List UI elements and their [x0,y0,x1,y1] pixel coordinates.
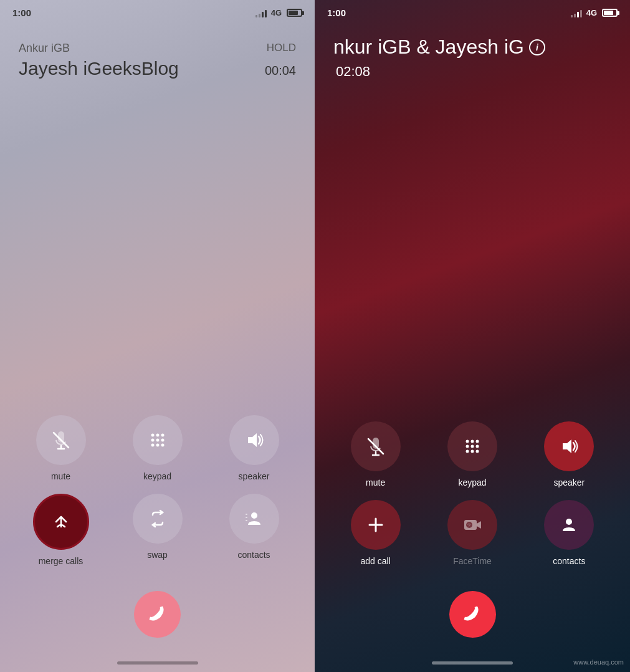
svg-point-27 [470,450,474,453]
svg-point-8 [161,439,164,442]
call-info-right: nkur iGB & Jayesh iG i 02:08 [315,23,630,227]
svg-point-28 [475,450,479,453]
call-info-left: Ankur iGB HOLD Jayesh iGeeksBlog 00:04 [0,23,315,229]
svg-point-26 [465,450,469,453]
svg-text:?: ? [467,522,470,529]
keypad-label-left: keypad [143,471,171,481]
facetime-button: ? FaceTime [430,500,514,566]
keypad-button-right[interactable]: keypad [430,421,514,487]
info-icon[interactable]: i [529,39,545,55]
end-call-button-left[interactable] [134,591,181,638]
signal-icon-left [255,9,267,17]
add-call-circle [351,500,401,550]
home-indicator-left [0,656,315,672]
svg-marker-29 [563,439,571,453]
keypad-label-right: keypad [458,478,486,487]
svg-point-9 [151,444,154,447]
contacts-button-right[interactable]: contacts [527,500,611,566]
buttons-grid-right: mute keypad [315,409,630,578]
home-bar-right [432,661,513,665]
buttons-grid-left: mute keypad [0,403,315,578]
speaker-button-left[interactable]: speaker [212,415,296,481]
svg-point-35 [566,519,572,525]
home-bar-left [117,661,198,665]
facetime-label: FaceTime [453,556,492,566]
add-call-button[interactable]: add call [333,500,418,566]
svg-point-7 [156,439,159,442]
facetime-circle: ? [447,500,497,550]
svg-point-11 [161,444,164,447]
merge-calls-label: merge calls [39,556,84,566]
svg-point-23 [465,445,469,448]
signal-icon-right [571,9,582,17]
swap-label: swap [147,550,168,560]
mute-label-left: mute [51,471,70,481]
phone-screen-right: 1:00 4G nkur iGB & Jayesh iG i 02:08 [315,0,630,672]
svg-point-25 [475,445,479,448]
caller-header-left: Ankur iGB HOLD [19,42,296,55]
merge-calls-circle [33,494,89,550]
status-bar-left: 1:00 4G [0,0,315,23]
speaker-label-right: speaker [553,478,585,487]
speaker-circle-right [544,421,594,471]
svg-rect-15 [246,517,247,518]
status-icons-right: 4G [571,8,618,17]
status-bar-right: 1:00 4G [315,0,630,23]
svg-point-10 [156,444,159,447]
call-duration-left: 00:04 [265,64,296,78]
speaker-button-right[interactable]: speaker [527,421,611,487]
status-icons-left: 4G [255,8,302,17]
keypad-circle-right [447,421,497,471]
contacts-button-left[interactable]: contacts [212,494,296,566]
contacts-label-left: contacts [237,550,270,560]
keypad-circle-left [133,415,183,465]
contacts-circle-right [544,500,594,550]
end-call-button-right[interactable] [449,591,496,638]
merge-calls-button[interactable]: merge calls [19,494,103,566]
svg-rect-16 [246,520,247,521]
svg-point-20 [465,440,469,443]
network-right: 4G [586,8,597,17]
end-call-area-right [315,578,630,656]
mute-label-right: mute [366,478,385,487]
svg-point-4 [156,434,159,437]
conference-duration: 02:08 [333,64,611,80]
caller-top-name: Ankur iGB [19,42,70,55]
svg-point-6 [151,439,154,442]
network-left: 4G [271,8,282,17]
mute-button-left[interactable]: mute [19,415,103,481]
speaker-circle-left [229,415,279,465]
battery-left [287,9,302,17]
conference-name: nkur iGB & Jayesh iG i [333,36,611,59]
svg-rect-14 [246,514,247,515]
contacts-label-right: contacts [553,556,585,566]
keypad-button-left[interactable]: keypad [115,415,199,481]
watermark: www.deuaq.com [573,658,624,666]
phone-screen-left: 1:00 4G Ankur iGB HOLD Jayesh iGeeksBlog… [0,0,315,672]
svg-point-24 [470,445,474,448]
time-right: 1:00 [327,7,346,18]
mute-circle-right [351,421,401,471]
mute-circle-left [36,415,86,465]
svg-marker-12 [248,433,257,447]
svg-point-3 [151,434,154,437]
time-left: 1:00 [12,7,31,18]
swap-button[interactable]: swap [115,494,199,566]
speaker-label-left: speaker [239,471,270,481]
swap-circle [133,494,183,544]
add-call-label: add call [361,556,391,566]
end-call-area-left [0,578,315,656]
caller-main-name: Jayesh iGeeksBlog [19,58,179,79]
contacts-circle-left [229,494,279,544]
svg-point-21 [470,440,474,443]
svg-point-22 [475,440,479,443]
svg-point-5 [161,434,164,437]
hold-label: HOLD [267,42,296,54]
mute-button-right[interactable]: mute [333,421,418,487]
svg-point-13 [251,512,257,519]
battery-right [602,9,618,17]
